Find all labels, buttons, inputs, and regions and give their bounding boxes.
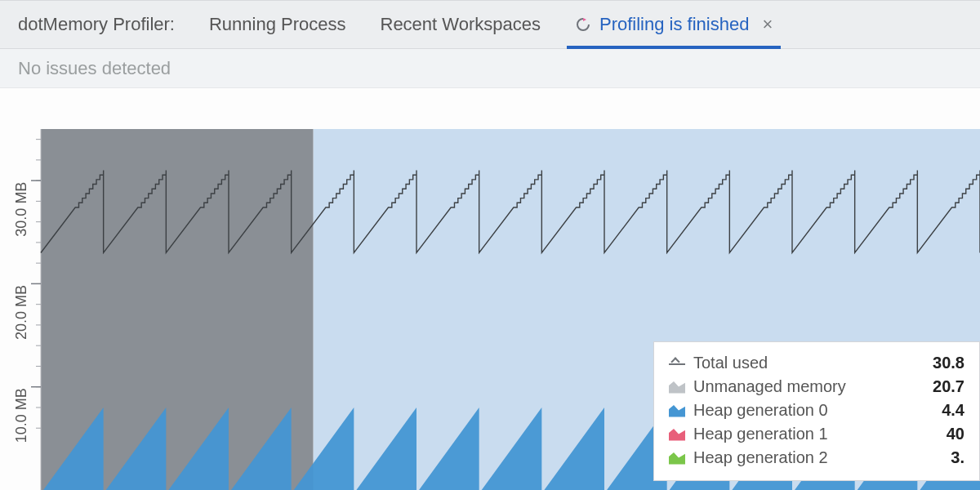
tab-profiling-finished[interactable]: Profiling is finished × bbox=[575, 1, 773, 48]
memory-timeline-chart[interactable]: 10.0 MB20.0 MB30.0 MB Total used 30.8 Un… bbox=[0, 88, 980, 490]
legend-row-total: Total used 30.8 bbox=[669, 354, 964, 372]
svg-text:30.0 MB: 30.0 MB bbox=[13, 182, 29, 237]
legend-value: 40 bbox=[947, 425, 964, 443]
legend-row-unmanaged: Unmanaged memory 20.7 bbox=[669, 377, 964, 396]
profiler-title: dotMemory Profiler: bbox=[18, 14, 175, 35]
tab-bar: dotMemory Profiler: Running Process Rece… bbox=[0, 0, 980, 49]
tab-label: Profiling is finished bbox=[599, 14, 749, 35]
legend-label: Heap generation 2 bbox=[693, 448, 942, 467]
legend-value: 3. bbox=[951, 448, 964, 467]
legend-row-heap0: Heap generation 0 4.4 bbox=[669, 401, 964, 420]
legend-label: Heap generation 0 bbox=[693, 401, 933, 420]
legend-label: Heap generation 1 bbox=[693, 425, 938, 443]
legend-label: Total used bbox=[693, 354, 924, 372]
close-icon[interactable]: × bbox=[762, 14, 773, 35]
legend-label: Unmanaged memory bbox=[693, 377, 924, 396]
legend-row-heap1: Heap generation 1 40 bbox=[669, 425, 964, 443]
area-icon bbox=[669, 428, 685, 441]
svg-text:10.0 MB: 10.0 MB bbox=[13, 388, 29, 443]
legend-tooltip: Total used 30.8 Unmanaged memory 20.7 He… bbox=[653, 341, 980, 481]
area-icon bbox=[669, 404, 685, 417]
tab-recent-workspaces[interactable]: Recent Workspaces bbox=[381, 1, 541, 48]
legend-value: 20.7 bbox=[933, 377, 964, 396]
tab-running-process[interactable]: Running Process bbox=[209, 1, 346, 48]
legend-value: 4.4 bbox=[942, 401, 964, 420]
status-text: No issues detected bbox=[18, 58, 171, 79]
line-icon bbox=[669, 357, 685, 370]
status-bar: No issues detected bbox=[0, 49, 980, 88]
svg-text:20.0 MB: 20.0 MB bbox=[13, 285, 29, 340]
legend-row-heap2: Heap generation 2 3. bbox=[669, 448, 964, 467]
area-icon bbox=[669, 452, 685, 465]
area-icon bbox=[669, 381, 685, 394]
legend-value: 30.8 bbox=[933, 354, 964, 372]
refresh-icon bbox=[575, 16, 591, 33]
